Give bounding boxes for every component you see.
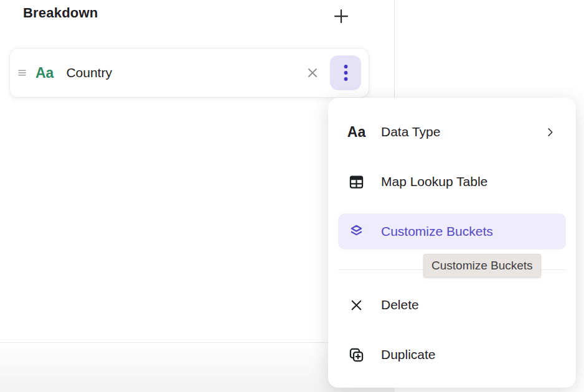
menu-item-label: Data Type xyxy=(381,124,440,139)
drag-handle-icon[interactable] xyxy=(17,68,27,78)
menu-item-label: Customize Buckets xyxy=(381,224,493,239)
menu-item-delete[interactable]: Delete xyxy=(338,287,566,323)
menu-item-label: Duplicate xyxy=(381,347,436,362)
kebab-menu-icon xyxy=(343,63,349,82)
text-type-icon: Aa xyxy=(35,65,54,82)
field-menu-button[interactable] xyxy=(330,55,361,90)
plus-icon xyxy=(332,7,351,26)
page-title: Breakdown xyxy=(23,5,98,21)
menu-item-duplicate[interactable]: Duplicate xyxy=(338,337,566,373)
table-icon xyxy=(348,174,365,190)
menu-item-map-lookup-table[interactable]: Map Lookup Table xyxy=(338,164,566,200)
breakdown-field-card: Aa Country xyxy=(9,48,369,98)
remove-field-button[interactable] xyxy=(305,65,320,80)
text-type-icon: Aa xyxy=(348,125,365,139)
field-label: Country xyxy=(66,65,305,80)
duplicate-icon xyxy=(348,347,365,363)
chevron-right-icon xyxy=(544,126,556,138)
menu-item-label: Map Lookup Table xyxy=(381,174,487,189)
menu-item-label: Delete xyxy=(381,297,419,312)
field-context-menu: Aa Data Type Map Lookup Table Customize … xyxy=(328,98,576,388)
layers-icon xyxy=(348,223,365,240)
close-x-icon xyxy=(305,65,320,80)
menu-item-data-type[interactable]: Aa Data Type xyxy=(338,114,566,150)
menu-item-customize-buckets[interactable]: Customize Buckets xyxy=(338,213,566,250)
customize-buckets-tooltip: Customize Buckets xyxy=(423,254,541,278)
add-breakdown-button[interactable] xyxy=(329,4,353,28)
x-icon xyxy=(348,297,365,313)
